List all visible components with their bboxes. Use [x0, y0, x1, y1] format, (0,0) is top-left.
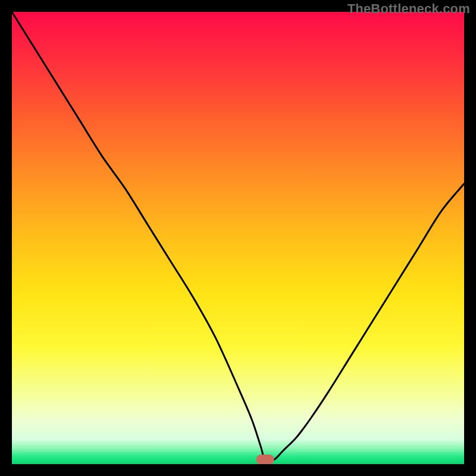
chart-frame: TheBottleneck.com — [0, 0, 476, 476]
bottleneck-chart — [12, 12, 464, 464]
watermark-text: TheBottleneck.com — [347, 1, 470, 17]
optimum-marker — [256, 455, 274, 464]
gradient-background — [12, 12, 464, 464]
